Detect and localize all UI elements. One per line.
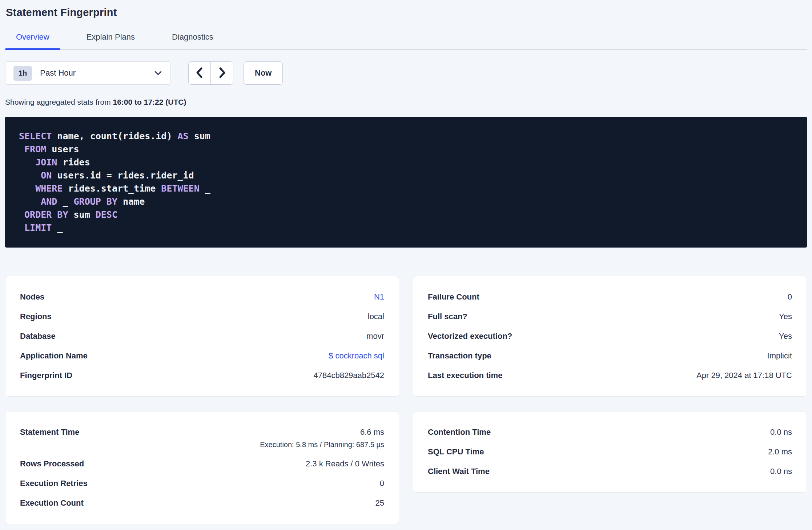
time-controls: 1h Past Hour Now <box>5 61 807 85</box>
row-value: 25 <box>375 498 384 508</box>
sql-line: WHERE rides.start_time BETWEEN _ <box>19 182 793 195</box>
row-subvalue: Execution: 5.8 ms / Planning: 687.5 µs <box>260 441 384 449</box>
row-label: Vectorized execution? <box>428 332 512 341</box>
row-label: Execution Retries <box>20 479 88 488</box>
row-value: N1 <box>374 292 384 302</box>
sql-line: SELECT name, count(rides.id) AS sum <box>19 130 793 143</box>
sql-line: ON users.id = rides.rider_id <box>19 169 793 182</box>
chevron-down-icon <box>154 70 162 76</box>
sql-line: ORDER BY sum DESC <box>19 208 793 221</box>
row-label: Application Name <box>20 351 88 361</box>
row-value: movr <box>366 332 384 341</box>
row-label: Transaction type <box>428 351 491 361</box>
card-row: NodesN1 <box>20 287 384 307</box>
row-label: Execution Count <box>20 498 84 508</box>
row-value: Apr 29, 2024 at 17:18 UTC <box>696 371 792 380</box>
row-value: 4784cb829aab2542 <box>313 371 384 380</box>
row-label: SQL CPU Time <box>428 447 484 457</box>
card-stats-left: Statement Time6.6 msExecution: 5.8 ms / … <box>5 411 399 524</box>
card-row: Failure Count0 <box>428 287 792 307</box>
row-value: 0 <box>788 292 792 302</box>
time-step-buttons <box>188 61 233 85</box>
row-label: Rows Processed <box>20 459 84 469</box>
row-value: 0 <box>380 479 384 488</box>
row-label: Statement Time <box>20 427 79 437</box>
value-link[interactable]: N1 <box>374 292 384 301</box>
aggregation-range-bold: 16:00 to 17:22 (UTC) <box>113 98 186 106</box>
row-label: Contention Time <box>428 427 491 437</box>
card-row: Contention Time0.0 ns <box>428 422 792 442</box>
row-label: Last execution time <box>428 371 502 380</box>
tab-explain-plans[interactable]: Explain Plans <box>76 30 146 49</box>
card-row: Execution Count25 <box>20 493 384 513</box>
row-value: 6.6 msExecution: 5.8 ms / Planning: 687.… <box>260 427 384 449</box>
card-row: Databasemovr <box>20 326 384 346</box>
summary-cards: NodesN1RegionslocalDatabasemovrApplicati… <box>5 276 807 524</box>
aggregation-range-text: Showing aggregated stats from 16:00 to 1… <box>5 98 807 107</box>
sql-line: JOIN rides <box>19 156 793 169</box>
card-row: Application Name$ cockroach sql <box>20 346 384 366</box>
card-row: Vectorized execution?Yes <box>428 326 792 346</box>
row-value: 2.3 k Reads / 0 Writes <box>306 459 384 469</box>
now-button[interactable]: Now <box>244 61 283 85</box>
sql-line: AND _ GROUP BY name <box>19 195 793 208</box>
next-time-button[interactable] <box>211 62 233 84</box>
card-row: Execution Retries0 <box>20 474 384 493</box>
sql-line: FROM users <box>19 143 793 156</box>
tab-overview[interactable]: Overview <box>5 30 60 49</box>
row-label: Client Wait Time <box>428 467 490 476</box>
card-row: SQL CPU Time2.0 ms <box>428 442 792 462</box>
statement-fingerprint-page: Statement Fingerprint OverviewExplain Pl… <box>0 0 812 524</box>
card-row: Regionslocal <box>20 307 384 326</box>
card-row: Fingerprint ID4784cb829aab2542 <box>20 366 384 385</box>
row-label: Failure Count <box>428 292 479 302</box>
time-interval-badge: 1h <box>13 66 32 81</box>
row-value: Implicit <box>767 351 792 361</box>
card-row: Rows Processed2.3 k Reads / 0 Writes <box>20 454 384 474</box>
card-row: Transaction typeImplicit <box>428 346 792 366</box>
card-row: Full scan?Yes <box>428 307 792 326</box>
sql-line: LIMIT _ <box>19 221 793 234</box>
row-label: Regions <box>20 312 52 321</box>
card-row: Statement Time6.6 msExecution: 5.8 ms / … <box>20 422 384 454</box>
sql-statement: SELECT name, count(rides.id) AS sum FROM… <box>5 117 807 248</box>
row-value: 0.0 ns <box>770 467 792 476</box>
row-value: $ cockroach sql <box>329 351 384 361</box>
card-details-left: NodesN1RegionslocalDatabasemovrApplicati… <box>5 276 399 397</box>
row-value: Yes <box>779 332 792 341</box>
row-label: Nodes <box>20 292 44 302</box>
card-stats-right: Contention Time0.0 nsSQL CPU Time2.0 msC… <box>413 411 807 493</box>
row-value: 2.0 ms <box>768 447 792 457</box>
row-label: Full scan? <box>428 312 467 321</box>
row-value: 0.0 ns <box>770 427 792 437</box>
row-label: Fingerprint ID <box>20 371 72 380</box>
time-range-dropdown[interactable]: 1h Past Hour <box>5 61 171 85</box>
tab-diagnostics[interactable]: Diagnostics <box>161 30 224 49</box>
row-value: local <box>368 312 384 321</box>
card-row: Client Wait Time0.0 ns <box>428 462 792 481</box>
card-row: Last execution timeApr 29, 2024 at 17:18… <box>428 366 792 385</box>
row-value: Yes <box>779 312 792 321</box>
row-label: Database <box>20 332 56 341</box>
tab-bar: OverviewExplain PlansDiagnostics <box>5 30 807 50</box>
time-range-label: Past Hour <box>40 68 154 78</box>
chevron-left-icon <box>194 66 205 80</box>
previous-time-button[interactable] <box>189 62 211 84</box>
value-link[interactable]: $ cockroach sql <box>329 351 384 360</box>
page-title: Statement Fingerprint <box>5 7 807 19</box>
chevron-right-icon <box>217 66 227 80</box>
card-details-right: Failure Count0Full scan?YesVectorized ex… <box>413 276 807 397</box>
